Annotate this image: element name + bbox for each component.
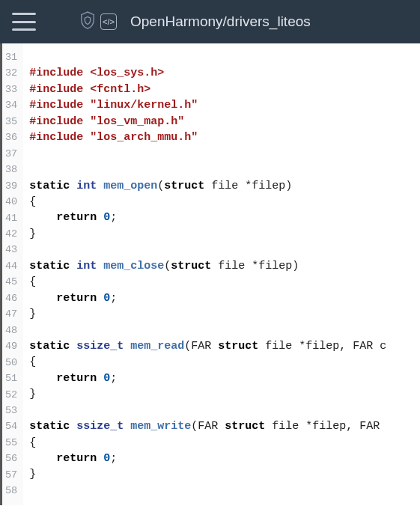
code-line [29,242,420,257]
code-line [29,322,420,338]
code-line: #include "los_arch_mmu.h" [29,129,420,145]
line-number: 45 [2,274,23,290]
line-number: 44 [2,258,23,274]
line-number: 43 [2,242,23,257]
line-number: 55 [2,435,23,451]
line-number: 36 [2,129,23,145]
shield-icon [79,10,96,33]
header-icons: </> [79,10,117,33]
line-number: 42 [2,226,23,242]
line-number: 48 [2,323,23,338]
code-line: return 0; [29,290,420,306]
app-header: </> OpenHarmony/drivers_liteos [0,0,420,43]
code-line: #include "los_vm_map.h" [29,114,420,129]
code-line: { [29,354,420,370]
line-number: 46 [2,290,23,306]
breadcrumb[interactable]: OpenHarmony/drivers_liteos [130,13,311,30]
code-line: { [29,274,420,290]
code-line: } [29,306,420,322]
line-number: 52 [2,387,23,403]
line-number: 53 [2,403,23,418]
code-line: return 0; [29,451,420,466]
code-line: } [29,386,420,402]
menu-icon[interactable] [12,13,36,31]
line-number: 51 [2,371,23,386]
line-number: 35 [2,114,23,129]
line-number: 39 [2,178,23,194]
code-line: #include <fcntl.h> [29,82,420,97]
line-number: 47 [2,306,23,322]
code-line [29,403,420,418]
code-line: static int mem_open(struct file *filep) [29,178,420,194]
code-line: #include <los_sys.h> [29,65,420,81]
code-line: return 0; [29,210,420,225]
line-number: 31 [2,49,23,65]
code-line: { [29,435,420,451]
code-content[interactable]: #include <los_sys.h>#include <fcntl.h>#i… [23,43,420,505]
line-number: 33 [2,82,23,97]
code-line [29,49,420,65]
code-line: } [29,226,420,242]
line-number: 38 [2,162,23,177]
code-icon: </> [100,13,117,30]
line-number: 34 [2,97,23,113]
line-number: 49 [2,338,23,354]
line-number-gutter: 3132333435363738394041424344454647484950… [0,43,23,505]
line-number: 32 [2,65,23,81]
line-number: 50 [2,355,23,371]
code-line: #include "linux/kernel.h" [29,97,420,113]
line-number: 57 [2,467,23,483]
line-number: 56 [2,451,23,466]
code-line [29,146,420,162]
code-line [29,162,420,177]
code-line: { [29,194,420,210]
line-number: 54 [2,418,23,434]
line-number: 58 [2,483,23,499]
code-line [29,483,420,499]
code-line: static int mem_close(struct file *filep) [29,258,420,274]
code-viewer: 3132333435363738394041424344454647484950… [0,43,420,505]
line-number: 41 [2,210,23,226]
code-line: static ssize_t mem_read(FAR struct file … [29,338,420,354]
code-line: } [29,466,420,482]
code-line: static ssize_t mem_write(FAR struct file… [29,418,420,434]
line-number: 37 [2,146,23,162]
line-number: 40 [2,194,23,210]
code-line: return 0; [29,371,420,386]
